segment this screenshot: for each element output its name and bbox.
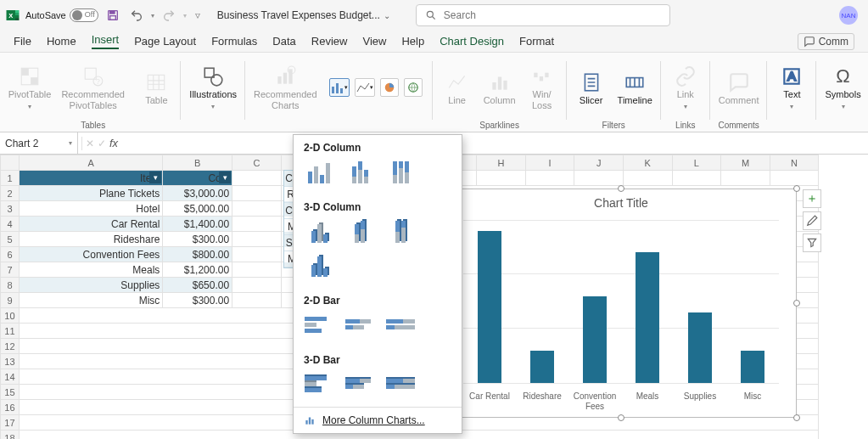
tab-data[interactable]: Data <box>272 35 295 48</box>
symbols-button[interactable]: ΩSymbols▾ <box>821 62 864 114</box>
chart-styles-button[interactable] <box>803 211 821 230</box>
chart-bar[interactable] <box>478 231 501 383</box>
comment-button[interactable]: Comment <box>715 68 763 108</box>
table-header-item[interactable]: Item▾ <box>19 171 162 186</box>
tab-formulas[interactable]: Formulas <box>211 35 257 48</box>
chart-bar[interactable] <box>636 252 659 383</box>
embedded-chart[interactable]: Chart Title Car RentalRideshareConventio… <box>445 189 797 418</box>
col-header[interactable]: C <box>232 155 282 171</box>
rec-pivottables-button[interactable]: ?Recommended PivotTables <box>53 62 133 113</box>
column-chart-dropdown[interactable]: ▾ <box>329 78 350 97</box>
col-header[interactable]: N <box>770 155 819 171</box>
tab-page-layout[interactable]: Page Layout <box>134 35 196 48</box>
filter-icon[interactable]: ▾ <box>219 172 231 183</box>
spark-line-button[interactable]: Line <box>438 68 477 108</box>
tab-home[interactable]: Home <box>47 35 76 48</box>
name-box[interactable]: Chart 2▾ <box>0 132 78 154</box>
stacked-column-3d[interactable] <box>343 218 377 245</box>
tab-insert[interactable]: Insert <box>92 33 120 49</box>
stacked-bar-3d[interactable] <box>343 371 377 398</box>
rec-charts-button[interactable]: Recommended Charts <box>250 62 321 113</box>
tab-help[interactable]: Help <box>401 35 424 48</box>
col-header[interactable]: H <box>477 155 526 171</box>
resize-handle[interactable] <box>793 185 800 192</box>
timeline-button[interactable]: Timeline <box>614 68 656 108</box>
filter-icon[interactable]: ▾ <box>149 172 161 183</box>
tab-format[interactable]: Format <box>519 35 554 48</box>
col-header[interactable]: J <box>574 155 624 171</box>
select-all-corner[interactable] <box>1 155 20 171</box>
stacked-bar-2d[interactable] <box>343 312 377 339</box>
cancel-formula-icon[interactable]: ✕ <box>86 138 94 149</box>
clustered-column-2d[interactable] <box>302 159 336 186</box>
table-header-cost[interactable]: Cost▾ <box>163 171 232 186</box>
col-header[interactable]: K <box>623 155 672 171</box>
chart-bar[interactable] <box>688 312 712 383</box>
clustered-column-3d[interactable] <box>302 218 336 245</box>
spark-column-button[interactable]: Column <box>480 68 519 108</box>
filename[interactable]: Business Travel Expenses Budget...⌄ <box>217 9 390 21</box>
chart-category-label: Convention Fees <box>571 391 619 412</box>
funnel-icon <box>806 237 818 249</box>
svg-rect-4 <box>15 18 20 20</box>
autosave-toggle[interactable]: AutoSave Off <box>25 8 98 22</box>
line-chart-icon <box>356 82 370 93</box>
spark-winloss-button[interactable]: Win/ Loss <box>523 62 562 113</box>
resize-handle[interactable] <box>618 414 624 421</box>
stacked100-bar-3d[interactable] <box>384 371 417 398</box>
enter-formula-icon[interactable]: ✓ <box>98 138 106 149</box>
col-header[interactable]: I <box>525 155 574 171</box>
pivottable-button[interactable]: PivotTable▾ <box>10 62 49 114</box>
chart-bar[interactable] <box>530 351 554 383</box>
clustered-bar-3d[interactable] <box>302 371 336 398</box>
text-button[interactable]: AText▾ <box>772 62 811 114</box>
table-button[interactable]: Table <box>137 68 176 108</box>
more-column-charts[interactable]: More Column Charts... <box>294 407 462 433</box>
ribbon-group-filters: Slicer Timeline Filters <box>567 56 661 132</box>
stacked-column-2d[interactable] <box>343 159 377 186</box>
chart-elements-button[interactable]: ＋ <box>803 189 821 208</box>
clustered-bar-2d[interactable] <box>302 312 336 339</box>
illustrations-button[interactable]: Illustrations▾ <box>186 62 240 114</box>
pie-chart-dropdown[interactable] <box>380 78 399 97</box>
col-header[interactable]: A <box>19 155 162 171</box>
stacked100-bar-2d[interactable] <box>384 312 417 339</box>
svg-rect-20 <box>283 73 287 84</box>
redo-icon[interactable] <box>160 6 178 25</box>
tab-view[interactable]: View <box>362 35 386 48</box>
line-chart-dropdown[interactable]: ▾ <box>355 78 375 97</box>
chart-bar[interactable] <box>583 296 607 383</box>
resize-handle[interactable] <box>793 300 800 307</box>
link-button[interactable]: Link▾ <box>666 62 705 114</box>
col-header[interactable]: L <box>672 155 721 171</box>
chart-bar[interactable] <box>741 351 764 383</box>
col-header[interactable]: B <box>163 155 232 171</box>
row-header[interactable]: 1 <box>1 171 20 186</box>
avatar[interactable]: NAN <box>839 6 858 25</box>
col-header[interactable]: M <box>721 155 770 171</box>
column-3d[interactable] <box>302 252 336 279</box>
save-icon[interactable] <box>104 6 122 25</box>
tab-review[interactable]: Review <box>311 35 348 48</box>
stacked100-column-3d[interactable] <box>384 218 417 245</box>
resize-handle[interactable] <box>793 414 800 421</box>
tab-file[interactable]: File <box>14 35 31 48</box>
formula-input[interactable] <box>121 132 868 154</box>
map-chart-dropdown[interactable] <box>404 78 423 97</box>
group-label: Links <box>675 119 695 132</box>
slicer-button[interactable]: Slicer <box>572 68 611 108</box>
tab-chart-design[interactable]: Chart Design <box>440 35 504 48</box>
resize-handle[interactable] <box>618 185 624 192</box>
chart-title[interactable]: Chart Title <box>446 189 796 211</box>
undo-icon[interactable] <box>127 6 146 25</box>
chart-plot[interactable] <box>463 220 779 383</box>
stacked100-column-2d[interactable] <box>384 159 417 186</box>
chart-filters-button[interactable] <box>803 234 821 252</box>
svg-rect-12 <box>31 77 38 85</box>
search-input[interactable]: Search <box>416 4 670 26</box>
fx-icon[interactable]: fx <box>109 137 118 149</box>
svg-rect-2 <box>15 13 20 15</box>
comments-button[interactable]: Comm <box>798 33 854 50</box>
ribbon-group-illustrations: Illustrations▾ <box>181 56 245 132</box>
svg-text:A: A <box>787 69 797 83</box>
